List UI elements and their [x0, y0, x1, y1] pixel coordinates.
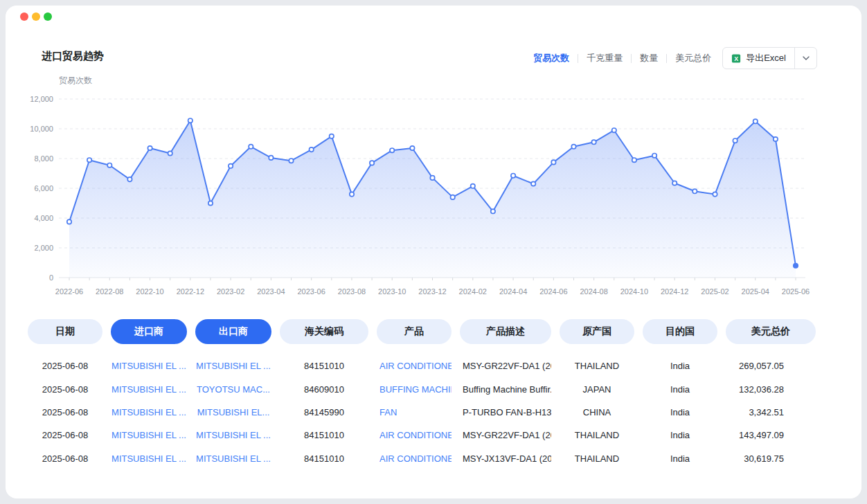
- cell-importer-link[interactable]: MITSUBISHI EL ...: [111, 453, 186, 464]
- data-point[interactable]: [127, 177, 132, 181]
- column-pill-8[interactable]: 目的国: [643, 319, 717, 344]
- cell-importer-link[interactable]: MITSUBISHI EL ...: [111, 361, 186, 371]
- data-point[interactable]: [87, 158, 91, 162]
- column-pill-9[interactable]: 美元总价: [726, 319, 816, 344]
- data-point[interactable]: [471, 184, 475, 188]
- cell-origin-country: JAPAN: [560, 384, 634, 395]
- cell-usd-total: 269,057.05: [726, 361, 816, 371]
- metric-tab-2[interactable]: 千克重量: [587, 52, 623, 64]
- x-axis-tick-label: 2025-02: [701, 287, 729, 296]
- data-point[interactable]: [249, 145, 253, 149]
- y-axis-tick-label: 6,000: [34, 184, 53, 192]
- cell-usd-total: 143,497.09: [726, 430, 816, 440]
- data-point[interactable]: [713, 192, 717, 196]
- cell-exporter-link[interactable]: TOYOTSU MAC...: [197, 384, 270, 395]
- data-point[interactable]: [107, 163, 111, 168]
- metric-tab-1[interactable]: 贸易次数: [533, 52, 569, 64]
- data-point[interactable]: [310, 147, 314, 152]
- metric-tabs: 贸易次数千克重量数量美元总价: [533, 52, 711, 64]
- y-axis-tick-label: 8,000: [34, 154, 53, 163]
- cell-exporter-link[interactable]: MITSUBISHI EL ...: [196, 361, 271, 371]
- tab-separator: [631, 54, 632, 63]
- data-point[interactable]: [511, 174, 515, 178]
- cell-exporter-link[interactable]: MITSUBISHI EL ...: [196, 453, 271, 464]
- cell-importer: MITSUBISHI EL ...: [111, 407, 187, 417]
- data-point[interactable]: [350, 192, 354, 196]
- column-pill-6[interactable]: 产品描述: [460, 319, 551, 344]
- export-excel-label: 导出Excel: [746, 52, 786, 64]
- app-window: 进口贸易趋势 贸易次数千克重量数量美元总价 X 导出Excel 贸易次数02,0…: [6, 6, 861, 498]
- cell-origin-country: CHINA: [560, 407, 634, 417]
- x-axis-tick-label: 2023-08: [338, 287, 366, 296]
- tab-separator: [578, 54, 578, 63]
- metric-tab-4[interactable]: 美元总价: [675, 52, 711, 64]
- export-excel-main[interactable]: X 导出Excel: [723, 48, 794, 69]
- cell-exporter: TOYOTSU MAC...: [195, 384, 271, 395]
- cell-product: BUFFING MACHINE: [377, 384, 452, 395]
- data-point[interactable]: [774, 137, 778, 141]
- cell-product-link[interactable]: FAN: [379, 407, 397, 417]
- cell-origin-country: THAILAND: [560, 453, 634, 464]
- data-point[interactable]: [188, 118, 193, 123]
- data-point[interactable]: [531, 181, 535, 186]
- cell-product-link[interactable]: AIR CONDITIONER: [379, 361, 452, 371]
- cell-importer-link[interactable]: MITSUBISHI EL ...: [111, 407, 186, 417]
- cell-destination-country: India: [643, 453, 717, 464]
- data-point[interactable]: [733, 138, 737, 143]
- data-point[interactable]: [491, 209, 495, 213]
- data-point[interactable]: [168, 151, 172, 155]
- data-point[interactable]: [753, 119, 758, 123]
- data-point[interactable]: [269, 156, 273, 160]
- column-pill-7[interactable]: 原产国: [560, 319, 634, 344]
- cell-importer: MITSUBISHI EL ...: [111, 430, 187, 440]
- data-point[interactable]: [794, 264, 798, 268]
- data-point[interactable]: [430, 176, 434, 180]
- cell-product-link[interactable]: AIR CONDITIONER: [379, 430, 452, 440]
- x-axis-tick-label: 2022-06: [55, 287, 83, 296]
- column-pill-1[interactable]: 日期: [28, 319, 102, 344]
- cell-importer-link[interactable]: MITSUBISHI EL ...: [111, 430, 186, 440]
- data-point[interactable]: [652, 154, 656, 158]
- data-point[interactable]: [451, 195, 455, 199]
- cell-date: 2025-06-08: [28, 361, 102, 371]
- data-point[interactable]: [571, 145, 575, 149]
- data-point[interactable]: [672, 181, 677, 185]
- column-pill-5[interactable]: 产品: [377, 319, 452, 344]
- data-point[interactable]: [390, 148, 394, 152]
- minimize-button[interactable]: [32, 12, 40, 21]
- export-dropdown-toggle[interactable]: [794, 48, 816, 69]
- data-point[interactable]: [330, 134, 334, 138]
- cell-importer: MITSUBISHI EL ...: [111, 384, 187, 395]
- data-point[interactable]: [551, 160, 555, 164]
- data-point[interactable]: [632, 158, 636, 162]
- chevron-down-icon: [803, 56, 810, 60]
- column-pill-4[interactable]: 海关编码: [280, 319, 368, 344]
- close-button[interactable]: [20, 12, 28, 21]
- y-axis-title: 贸易次数: [59, 75, 92, 85]
- cell-product-link[interactable]: AIR CONDITIONER: [379, 453, 452, 464]
- cell-exporter-link[interactable]: MITSUBISHI EL...: [197, 407, 270, 417]
- cell-importer-link[interactable]: MITSUBISHI EL ...: [111, 384, 186, 395]
- column-pill-2[interactable]: 进口商: [111, 319, 187, 344]
- data-point[interactable]: [692, 189, 697, 193]
- zoom-button[interactable]: [44, 12, 52, 21]
- cell-date: 2025-06-08: [28, 430, 102, 440]
- data-point[interactable]: [67, 219, 71, 224]
- cell-usd-total: 3,342.51: [726, 407, 816, 417]
- data-point[interactable]: [591, 140, 596, 144]
- data-point[interactable]: [208, 201, 213, 205]
- column-pill-3[interactable]: 出口商: [195, 319, 271, 344]
- data-point[interactable]: [370, 161, 374, 165]
- data-point[interactable]: [289, 159, 293, 163]
- data-point[interactable]: [410, 146, 414, 150]
- export-excel-button[interactable]: X 导出Excel: [722, 47, 817, 69]
- cell-exporter-link[interactable]: MITSUBISHI EL ...: [196, 430, 271, 440]
- cell-hs-code: 84145990: [280, 407, 368, 417]
- data-point[interactable]: [148, 146, 152, 150]
- cell-product-link[interactable]: BUFFING MACHINE: [379, 384, 452, 395]
- data-point[interactable]: [612, 128, 616, 132]
- trend-chart[interactable]: 贸易次数02,0004,0006,0008,00010,00012,000202…: [6, 69, 812, 308]
- metric-tab-3[interactable]: 数量: [640, 52, 658, 64]
- x-axis-tick-label: 2023-06: [297, 287, 325, 296]
- data-point[interactable]: [229, 164, 233, 168]
